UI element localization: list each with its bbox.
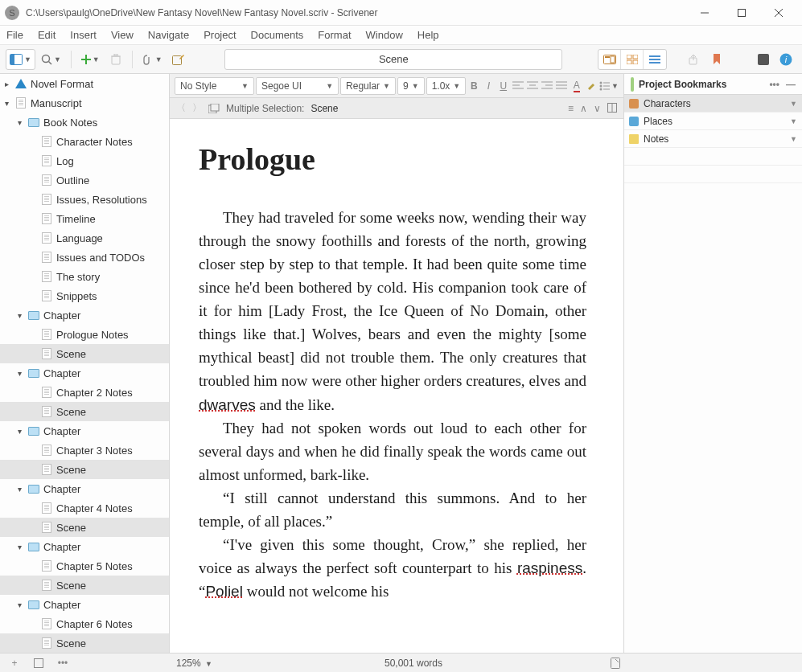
- binder-item[interactable]: ▾Chapter: [0, 363, 169, 383]
- view-single-button[interactable]: [598, 50, 621, 69]
- binder-item[interactable]: ▾Chapter: [0, 595, 169, 614]
- trash-button[interactable]: [105, 49, 126, 70]
- binder-item[interactable]: Scene: [0, 518, 169, 537]
- text-color-button[interactable]: A: [570, 77, 583, 95]
- style-select[interactable]: No Style▼: [175, 77, 254, 95]
- share-button[interactable]: [684, 49, 705, 70]
- binder-item[interactable]: ▾Chapter: [0, 305, 169, 325]
- folder-icon: [27, 367, 40, 379]
- menu-window[interactable]: Window: [366, 29, 403, 41]
- menu-file[interactable]: File: [6, 29, 23, 41]
- doc-icon: [40, 579, 53, 592]
- inspector-collapse-button[interactable]: —: [786, 79, 796, 90]
- search-button[interactable]: ▼: [37, 49, 65, 70]
- link-icon: [631, 79, 634, 90]
- binder-item[interactable]: ▾Manuscript: [0, 93, 169, 113]
- font-weight-select[interactable]: Regular▼: [340, 77, 396, 95]
- binder-item[interactable]: Snippets: [0, 286, 169, 305]
- binder-item[interactable]: Chapter 2 Notes: [0, 383, 169, 402]
- align-right-button[interactable]: [541, 77, 553, 95]
- binder-item[interactable]: Chapter 5 Notes: [0, 556, 169, 576]
- close-button[interactable]: [760, 0, 797, 26]
- binder-item[interactable]: Prologue Notes: [0, 325, 169, 344]
- inspector-menu-button[interactable]: •••: [769, 79, 779, 90]
- binder-item[interactable]: Character Notes: [0, 132, 169, 151]
- binder-label: Chapter 4 Notes: [56, 502, 133, 514]
- binder-item[interactable]: Timeline: [0, 209, 169, 228]
- up-icon[interactable]: ∧: [580, 103, 587, 114]
- view-outline-button[interactable]: [644, 50, 666, 69]
- binder-item[interactable]: ▾Chapter: [0, 537, 169, 556]
- list-icon[interactable]: ≡: [568, 103, 574, 114]
- highlight-button[interactable]: [585, 77, 598, 95]
- down-icon[interactable]: ∨: [594, 103, 601, 114]
- bold-button[interactable]: B: [467, 77, 480, 95]
- binder-item[interactable]: Scene: [0, 460, 169, 479]
- italic-button[interactable]: I: [482, 77, 495, 95]
- menu-insert[interactable]: Insert: [70, 29, 97, 41]
- binder-panel[interactable]: ▸Novel Format▾Manuscript▾Book NotesChara…: [0, 74, 170, 653]
- binder-item[interactable]: Outline: [0, 170, 169, 190]
- binder-item[interactable]: ▾Chapter: [0, 421, 169, 440]
- split-icon[interactable]: [607, 103, 617, 114]
- compose-mode-button[interactable]: [607, 658, 623, 669]
- compose-button[interactable]: [168, 49, 189, 70]
- binder-item[interactable]: ▾Book Notes: [0, 113, 169, 132]
- binder-item[interactable]: Chapter 4 Notes: [0, 498, 169, 518]
- binder-item[interactable]: Scene: [0, 576, 169, 595]
- maximize-button[interactable]: [723, 0, 760, 26]
- doc-icon: [40, 193, 53, 206]
- binder-item[interactable]: ▾Chapter: [0, 479, 169, 498]
- align-center-button[interactable]: [526, 77, 539, 95]
- font-select[interactable]: Segoe UI▼: [256, 77, 339, 95]
- bookmark-item[interactable]: Places▼: [624, 113, 802, 130]
- binder-item[interactable]: Issues, Resolutions: [0, 190, 169, 209]
- editor-area[interactable]: PrologueThey had traveled for some weeks…: [170, 119, 623, 653]
- add-item-button[interactable]: +: [6, 658, 23, 669]
- align-left-button[interactable]: [512, 77, 524, 95]
- bookmark-item[interactable]: Characters▼: [624, 95, 802, 113]
- menu-navigate[interactable]: Navigate: [148, 29, 189, 41]
- binder-item[interactable]: Scene: [0, 344, 169, 363]
- binder-item[interactable]: The story: [0, 267, 169, 286]
- menu-documents[interactable]: Documents: [251, 29, 304, 41]
- list-button[interactable]: ▼: [599, 77, 619, 95]
- underline-button[interactable]: U: [497, 77, 510, 95]
- binder-toggle-button[interactable]: ▼: [6, 49, 35, 70]
- binder-item[interactable]: Scene: [0, 633, 169, 653]
- minimize-button[interactable]: [686, 0, 723, 26]
- bookmark-item[interactable]: Notes▼: [624, 130, 802, 148]
- binder-label: Chapter 6 Notes: [56, 618, 133, 630]
- binder-item[interactable]: Language: [0, 228, 169, 248]
- binder-item[interactable]: Chapter 3 Notes: [0, 440, 169, 460]
- add-button[interactable]: ▼: [77, 49, 104, 70]
- binder-label: Timeline: [56, 213, 96, 225]
- binder-item[interactable]: Issues and TODOs: [0, 248, 169, 267]
- binder-label: Chapter: [43, 599, 80, 611]
- document-title-field[interactable]: Scene: [224, 49, 562, 70]
- nav-back-button[interactable]: 〈: [176, 101, 186, 115]
- menu-edit[interactable]: Edit: [38, 29, 56, 41]
- attach-button[interactable]: ▼: [138, 49, 167, 70]
- more-button[interactable]: •••: [55, 658, 71, 669]
- menu-project[interactable]: Project: [204, 29, 236, 41]
- item-options-button[interactable]: [31, 658, 47, 668]
- align-justify-button[interactable]: [555, 77, 568, 95]
- binder-item[interactable]: Scene: [0, 402, 169, 421]
- zoom-select[interactable]: 125% ▼: [170, 658, 220, 669]
- nav-fwd-button[interactable]: 〉: [192, 101, 202, 115]
- menu-help[interactable]: Help: [417, 29, 439, 41]
- binder-item[interactable]: ▸Novel Format: [0, 74, 169, 93]
- info-button[interactable]: i: [775, 49, 796, 70]
- font-size-select[interactable]: 9▼: [397, 77, 425, 95]
- binder-label: Chapter: [43, 541, 80, 553]
- binder-item[interactable]: Chapter 6 Notes: [0, 614, 169, 633]
- line-spacing-select[interactable]: 1.0x▼: [426, 77, 467, 95]
- view-cork-button[interactable]: [621, 50, 644, 69]
- bookmark-button[interactable]: [706, 49, 727, 70]
- fullscreen-button[interactable]: [753, 49, 774, 70]
- menu-view[interactable]: View: [111, 29, 134, 41]
- menu-format[interactable]: Format: [318, 29, 351, 41]
- warn-icon: [14, 77, 27, 90]
- binder-item[interactable]: Log: [0, 151, 169, 170]
